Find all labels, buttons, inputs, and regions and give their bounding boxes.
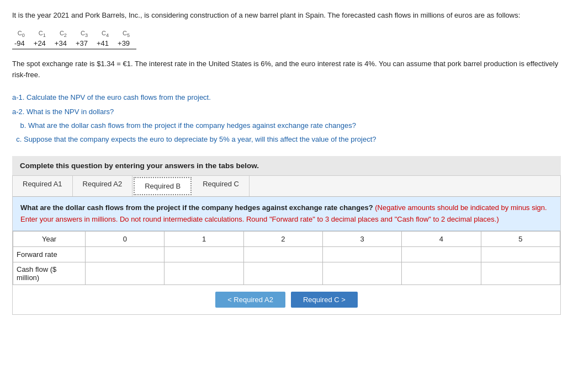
instruction-box: What are the dollar cash flows from the … [13,197,560,232]
tabs-row: Required A1 Required A2 Required B Requi… [13,176,560,197]
row-label-cash-flow: Cash flow ($ million) [13,262,86,285]
cf-val-2: +34 [52,38,73,49]
col-header-4: 4 [402,232,481,247]
instruction-main: What are the dollar cash flows from the … [20,203,373,212]
question-a2: a-2. What is the NPV in dollars? [12,105,561,118]
cf-header-0: C0 [12,29,31,38]
prev-button[interactable]: < Required A2 [215,292,285,308]
question-a1: a-1. Calculate the NPV of the euro cash … [12,91,561,104]
cf-header-1: C1 [31,29,52,38]
tab-required-a1[interactable]: Required A1 [13,176,73,196]
forward-rate-cell-4[interactable] [402,247,481,262]
cash-flow-cell-4[interactable] [402,262,481,285]
forward-rate-cell-5[interactable] [481,247,560,262]
cash-flow-input-5[interactable] [486,270,555,278]
forward-rate-cell-1[interactable] [165,247,243,262]
cash-flow-cell-2[interactable] [243,262,322,285]
cash-flow-input-3[interactable] [327,270,397,278]
cf-val-3: +37 [73,38,94,49]
complete-banner: Complete this question by entering your … [12,156,561,175]
cf-val-0: -94 [12,38,31,49]
cash-flow-input-4[interactable] [406,270,476,278]
cash-flow-cell-0[interactable] [86,262,165,285]
next-button[interactable]: Required C > [291,292,358,308]
col-header-3: 3 [323,232,402,247]
cf-val-1: +24 [31,38,52,49]
cash-flow-cell-1[interactable] [165,262,243,285]
tab-required-c[interactable]: Required C [193,176,250,196]
question-c: c. Suppose that the company expects the … [12,133,561,146]
cash-flow-input-0[interactable] [90,270,160,278]
cash-flow-cell-3[interactable] [323,262,402,285]
col-header-1: 1 [165,232,243,247]
cash-flow-input-2[interactable] [248,270,318,278]
cashflow-table: C0 C1 C2 C3 C4 C5 -94 +24 +34 +37 +41 +3… [12,29,136,50]
bottom-nav: < Required A2 Required C > [13,285,560,314]
cf-header-5: C5 [115,29,136,38]
data-table-wrapper: Year 0 1 2 3 4 5 Forward rate [13,231,560,285]
forward-rate-input-4[interactable] [406,250,476,259]
cf-val-5: +39 [115,38,136,49]
col-header-year: Year [13,232,86,247]
question-b: b. What are the dollar cash flows from t… [12,119,561,132]
col-header-5: 5 [481,232,560,247]
forward-rate-input-0[interactable] [90,250,160,259]
forward-rate-input-1[interactable] [169,250,238,259]
col-header-2: 2 [243,232,322,247]
spot-rate-text: The spot exchange rate is $1.34 = €1. Th… [12,58,561,82]
tab-content-required-b: What are the dollar cash flows from the … [13,197,560,315]
row-label-forward-rate: Forward rate [13,247,86,262]
cf-header-2: C2 [52,29,73,38]
table-row-cash-flow: Cash flow ($ million) [13,262,560,285]
forward-rate-input-3[interactable] [327,250,397,259]
table-row-forward-rate: Forward rate [13,247,560,262]
tabs-container: Required A1 Required A2 Required B Requi… [12,175,561,315]
questions-section: a-1. Calculate the NPV of the euro cash … [12,91,561,146]
forward-rate-cell-3[interactable] [323,247,402,262]
data-table: Year 0 1 2 3 4 5 Forward rate [13,231,560,285]
forward-rate-input-5[interactable] [486,250,555,259]
cf-header-4: C4 [94,29,115,38]
forward-rate-cell-2[interactable] [243,247,322,262]
cash-flow-cell-5[interactable] [481,262,560,285]
forward-rate-cell-0[interactable] [86,247,165,262]
forward-rate-input-2[interactable] [248,250,318,259]
intro-text: It is the year 2021 and Pork Barrels, In… [12,10,561,21]
cf-val-4: +41 [94,38,115,49]
tab-required-b[interactable]: Required B [134,177,192,195]
tab-required-a2[interactable]: Required A2 [73,176,133,196]
cf-header-3: C3 [73,29,94,38]
col-header-0: 0 [86,232,165,247]
cash-flow-input-1[interactable] [169,270,238,278]
